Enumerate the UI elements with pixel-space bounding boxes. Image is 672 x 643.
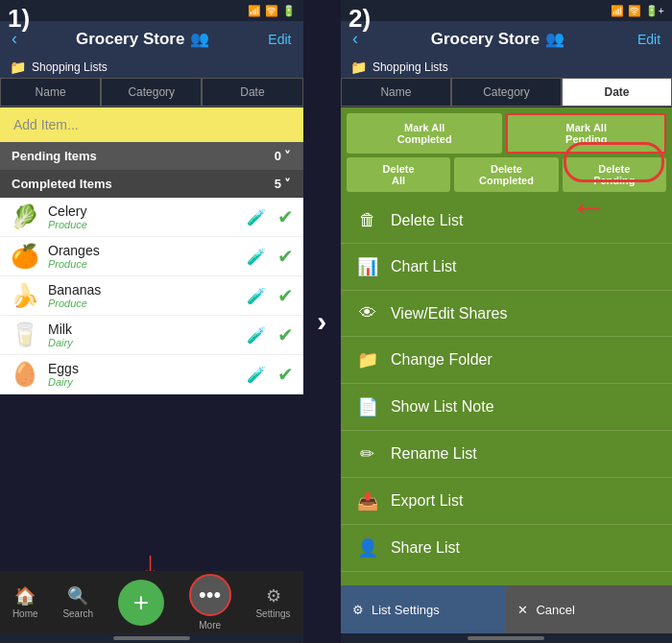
nav-header-1: ‹ Grocery Store 👥 Edit — [0, 21, 303, 57]
share-list-label: Share List — [391, 539, 460, 557]
tab-category-2[interactable]: Category — [451, 78, 562, 107]
content-area-1: Add Item... Pending Items 0 ˅ Completed … — [0, 107, 303, 571]
menu-item-rename-list[interactable]: ✏ Rename List — [341, 431, 672, 478]
list-item[interactable]: 🍌 Bananas Produce 🧪 ✔ — [0, 276, 303, 316]
cancel-button[interactable]: ✕ Cancel — [506, 585, 672, 633]
settings-tab[interactable]: ⚙ Settings — [255, 585, 290, 619]
step-label-2: 2) — [348, 4, 371, 34]
eye-icon: 👁 — [356, 303, 379, 323]
tab-bar-1: Name Category Date — [0, 78, 303, 107]
flask-icon-bananas: 🧪 — [247, 287, 266, 305]
chart-list-label: Chart List — [391, 258, 456, 275]
menu-item-share-list[interactable]: 👤 Share List — [341, 525, 672, 572]
search-tab[interactable]: 🔍 Search — [62, 585, 93, 619]
item-category-celery: Produce — [48, 219, 239, 230]
menu-item-delete-list[interactable]: 🗑 Delete List — [341, 198, 672, 244]
edit-button-1[interactable]: Edit — [268, 32, 291, 47]
folder-icon-2: 📁 — [350, 60, 367, 75]
menu-item-change-folder[interactable]: 📁 Change Folder — [341, 337, 672, 384]
edit-button-2[interactable]: Edit — [637, 32, 660, 47]
delete-completed-button[interactable]: DeleteCompleted — [454, 157, 558, 192]
delete-row: DeleteAll DeleteCompleted DeletePending — [341, 155, 672, 198]
folder-label-2: Shopping Lists — [372, 60, 448, 74]
home-tab[interactable]: 🏠 Home — [12, 585, 38, 619]
mark-all-pending-button[interactable]: Mark AllPending — [506, 113, 666, 154]
red-arrow-2: ↑ — [564, 200, 608, 219]
item-category-eggs: Dairy — [48, 376, 239, 388]
screen-title-1: Grocery Store — [76, 30, 184, 49]
trash-icon: 🗑 — [356, 210, 379, 230]
more-label: More — [199, 620, 221, 631]
settings-icon: ⚙ — [266, 585, 281, 607]
folder-icon-1: 📁 — [10, 60, 26, 75]
nav-header-2: ‹ Grocery Store 👥 Edit — [341, 21, 672, 57]
more-button[interactable]: ••• — [189, 574, 231, 616]
people-icon-1: 👥 — [190, 30, 209, 48]
menu-item-copy-list[interactable]: 📋 Copy List — [341, 572, 672, 585]
title-area-2: Grocery Store 👥 — [431, 30, 564, 49]
list-item[interactable]: 🥛 Milk Dairy 🧪 ✔ — [0, 316, 303, 355]
cancel-label: Cancel — [536, 603, 574, 617]
delete-pending-button[interactable]: DeletePending — [563, 157, 666, 192]
item-details-bananas: Bananas Produce — [48, 282, 239, 309]
completed-count: 5 ˅ — [275, 177, 292, 191]
mark-all-completed-button[interactable]: Mark AllCompleted — [347, 113, 503, 154]
completed-label: Completed Items — [12, 177, 112, 191]
item-emoji-milk: 🥛 — [10, 322, 40, 348]
add-button[interactable]: + — [118, 580, 164, 626]
item-emoji-eggs: 🥚 — [10, 361, 40, 388]
list-settings-button[interactable]: ⚙ List Settings — [341, 585, 507, 633]
screen-title-2: Grocery Store — [431, 30, 540, 49]
check-icon-oranges: ✔ — [277, 245, 294, 268]
bottom-action-bar: ⚙ List Settings ✕ Cancel — [341, 585, 672, 633]
item-name-bananas: Bananas — [48, 282, 239, 298]
tab-name-2[interactable]: Name — [341, 78, 451, 107]
item-name-celery: Celery — [48, 203, 239, 219]
list-item[interactable]: 🥬 Celery Produce 🧪 ✔ — [0, 198, 303, 237]
list-item[interactable]: 🥚 Eggs Dairy 🧪 ✔ — [0, 355, 303, 394]
more-tab[interactable]: ••• More — [189, 574, 231, 631]
item-details-oranges: Oranges Produce — [48, 243, 239, 270]
title-area-1: Grocery Store 👥 — [76, 30, 209, 49]
item-category-oranges: Produce — [48, 258, 239, 270]
home-bar-1 — [113, 636, 190, 640]
tab-category-1[interactable]: Category — [101, 78, 202, 107]
add-item-bar[interactable]: Add Item... — [0, 107, 303, 142]
menu-item-chart-list[interactable]: 📊 Chart List — [341, 244, 672, 291]
delete-all-button[interactable]: DeleteAll — [347, 157, 450, 192]
tab-date-1[interactable]: Date — [202, 78, 302, 107]
content-area-2: Mark AllCompleted Mark AllPending Delete… — [341, 107, 672, 585]
item-details-celery: Celery Produce — [48, 203, 239, 230]
item-name-eggs: Eggs — [48, 361, 239, 376]
folder-label-1: Shopping Lists — [32, 60, 108, 74]
tab-name-1[interactable]: Name — [0, 78, 101, 107]
note-icon: 📄 — [356, 396, 379, 417]
flask-icon-oranges: 🧪 — [247, 248, 266, 266]
item-category-milk: Dairy — [48, 337, 239, 348]
people-icon-2: 👥 — [545, 30, 564, 48]
chart-icon: 📊 — [356, 256, 379, 277]
rename-list-label: Rename List — [391, 445, 477, 463]
item-details-milk: Milk Dairy — [48, 322, 239, 348]
menu-item-export-list[interactable]: 📤 Export List — [341, 478, 672, 525]
menu-item-view-edit-shares[interactable]: 👁 View/Edit Shares — [341, 291, 672, 337]
change-folder-label: Change Folder — [391, 351, 492, 369]
flask-icon-eggs: 🧪 — [247, 366, 266, 384]
status-bar-1: 📶 🛜 🔋 — [0, 0, 303, 21]
item-name-oranges: Oranges — [48, 243, 239, 258]
export-list-label: Export List — [391, 492, 464, 510]
list-item[interactable]: 🍊 Oranges Produce 🧪 ✔ — [0, 237, 303, 276]
panel-2: 2) 📶 🛜 🔋+ ‹ Grocery Store 👥 Edit 📁 Shopp… — [341, 0, 672, 643]
pending-section-header[interactable]: Pending Items 0 ˅ — [0, 142, 303, 170]
menu-item-show-list-note[interactable]: 📄 Show List Note — [341, 384, 672, 431]
tab-date-2[interactable]: Date — [562, 78, 672, 107]
show-list-note-label: Show List Note — [391, 398, 494, 416]
pending-count: 0 ˅ — [275, 149, 292, 163]
folder-change-icon: 📁 — [356, 349, 379, 370]
signal-icon: 📶 — [248, 5, 261, 17]
more-dots-icon: ••• — [199, 583, 221, 607]
completed-section-header[interactable]: Completed Items 5 ˅ — [0, 170, 303, 198]
battery-icon-2: 🔋+ — [645, 5, 664, 17]
check-icon-celery: ✔ — [277, 205, 294, 228]
item-emoji-oranges: 🍊 — [10, 243, 40, 270]
